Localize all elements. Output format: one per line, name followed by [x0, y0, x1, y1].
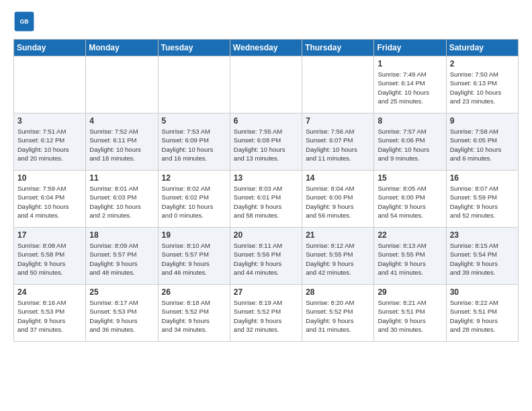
- calendar-day-cell: 28Sunrise: 8:20 AMSunset: 5:52 PMDayligh…: [302, 285, 374, 342]
- day-of-week-header: Wednesday: [230, 40, 302, 56]
- day-info: Sunrise: 8:05 AMSunset: 6:00 PMDaylight:…: [378, 184, 442, 220]
- day-of-week-header: Monday: [86, 40, 158, 56]
- calendar-week-row: 10Sunrise: 7:59 AMSunset: 6:04 PMDayligh…: [14, 171, 519, 228]
- day-number: 11: [89, 173, 154, 183]
- day-info: Sunrise: 8:16 AMSunset: 5:53 PMDaylight:…: [17, 298, 82, 334]
- calendar-day-cell: 11Sunrise: 8:01 AMSunset: 6:03 PMDayligh…: [86, 171, 158, 228]
- day-of-week-header: Thursday: [302, 40, 374, 56]
- day-info: Sunrise: 8:01 AMSunset: 6:03 PMDaylight:…: [89, 184, 154, 220]
- day-info: Sunrise: 8:03 AMSunset: 6:01 PMDaylight:…: [234, 184, 298, 220]
- calendar-day-cell: 19Sunrise: 8:10 AMSunset: 5:57 PMDayligh…: [158, 228, 230, 285]
- day-number: 7: [306, 116, 370, 126]
- calendar-day-cell: [302, 56, 374, 113]
- day-number: 28: [306, 287, 370, 297]
- day-number: 18: [89, 230, 154, 240]
- day-info: Sunrise: 7:49 AMSunset: 6:14 PMDaylight:…: [378, 70, 442, 105]
- day-info: Sunrise: 8:10 AMSunset: 5:57 PMDaylight:…: [162, 241, 226, 277]
- calendar-day-cell: 10Sunrise: 7:59 AMSunset: 6:04 PMDayligh…: [14, 171, 86, 228]
- calendar-day-cell: 29Sunrise: 8:21 AMSunset: 5:51 PMDayligh…: [374, 285, 446, 342]
- day-number: 6: [234, 116, 298, 126]
- calendar-day-cell: 6Sunrise: 7:55 AMSunset: 6:08 PMDaylight…: [230, 113, 302, 171]
- day-number: 19: [162, 230, 226, 240]
- day-number: 20: [234, 230, 298, 240]
- calendar-day-cell: 14Sunrise: 8:04 AMSunset: 6:00 PMDayligh…: [302, 171, 374, 228]
- svg-text:GB: GB: [19, 18, 28, 25]
- day-number: 25: [89, 287, 154, 297]
- calendar-day-cell: 27Sunrise: 8:19 AMSunset: 5:52 PMDayligh…: [230, 285, 302, 342]
- day-info: Sunrise: 8:08 AMSunset: 5:58 PMDaylight:…: [17, 241, 82, 277]
- calendar-day-cell: 17Sunrise: 8:08 AMSunset: 5:58 PMDayligh…: [14, 228, 86, 285]
- day-info: Sunrise: 7:53 AMSunset: 6:09 PMDaylight:…: [162, 127, 226, 163]
- calendar-day-cell: 9Sunrise: 7:58 AMSunset: 6:05 PMDaylight…: [446, 113, 518, 171]
- day-info: Sunrise: 8:11 AMSunset: 5:56 PMDaylight:…: [234, 241, 298, 277]
- day-info: Sunrise: 8:09 AMSunset: 5:57 PMDaylight:…: [89, 241, 154, 277]
- day-info: Sunrise: 8:04 AMSunset: 6:00 PMDaylight:…: [306, 184, 370, 220]
- calendar-table: SundayMondayTuesdayWednesdayThursdayFrid…: [13, 39, 519, 342]
- calendar-day-cell: 23Sunrise: 8:15 AMSunset: 5:54 PMDayligh…: [446, 228, 518, 285]
- calendar-day-cell: 20Sunrise: 8:11 AMSunset: 5:56 PMDayligh…: [230, 228, 302, 285]
- day-info: Sunrise: 8:20 AMSunset: 5:52 PMDaylight:…: [306, 298, 370, 334]
- calendar-week-row: 3Sunrise: 7:51 AMSunset: 6:12 PMDaylight…: [14, 113, 519, 171]
- day-info: Sunrise: 8:12 AMSunset: 5:55 PMDaylight:…: [306, 241, 370, 277]
- day-number: 13: [234, 173, 298, 183]
- day-number: 21: [306, 230, 370, 240]
- day-number: 17: [17, 230, 82, 240]
- day-info: Sunrise: 8:19 AMSunset: 5:52 PMDaylight:…: [234, 298, 298, 334]
- day-info: Sunrise: 7:57 AMSunset: 6:06 PMDaylight:…: [378, 127, 442, 163]
- calendar-day-cell: 5Sunrise: 7:53 AMSunset: 6:09 PMDaylight…: [158, 113, 230, 171]
- calendar-day-cell: [230, 56, 302, 113]
- day-number: 14: [306, 173, 370, 183]
- day-info: Sunrise: 7:56 AMSunset: 6:07 PMDaylight:…: [306, 127, 370, 163]
- logo-icon: GB: [13, 11, 35, 32]
- calendar-week-row: 24Sunrise: 8:16 AMSunset: 5:53 PMDayligh…: [14, 285, 519, 342]
- day-number: 9: [450, 116, 515, 126]
- calendar-day-cell: 4Sunrise: 7:52 AMSunset: 6:11 PMDaylight…: [86, 113, 158, 171]
- day-number: 1: [378, 59, 442, 68]
- day-number: 5: [162, 116, 226, 126]
- calendar-day-cell: 26Sunrise: 8:18 AMSunset: 5:52 PMDayligh…: [158, 285, 230, 342]
- day-number: 2: [450, 59, 515, 68]
- day-info: Sunrise: 8:13 AMSunset: 5:55 PMDaylight:…: [378, 241, 442, 277]
- calendar-day-cell: 1Sunrise: 7:49 AMSunset: 6:14 PMDaylight…: [374, 56, 446, 113]
- calendar-day-cell: 7Sunrise: 7:56 AMSunset: 6:07 PMDaylight…: [302, 113, 374, 171]
- day-info: Sunrise: 8:21 AMSunset: 5:51 PMDaylight:…: [378, 298, 442, 334]
- calendar-day-cell: 8Sunrise: 7:57 AMSunset: 6:06 PMDaylight…: [374, 113, 446, 171]
- calendar-day-cell: 24Sunrise: 8:16 AMSunset: 5:53 PMDayligh…: [14, 285, 86, 342]
- day-info: Sunrise: 7:55 AMSunset: 6:08 PMDaylight:…: [234, 127, 298, 163]
- calendar-week-row: 17Sunrise: 8:08 AMSunset: 5:58 PMDayligh…: [14, 228, 519, 285]
- day-info: Sunrise: 7:51 AMSunset: 6:12 PMDaylight:…: [17, 127, 82, 163]
- calendar-day-cell: 16Sunrise: 8:07 AMSunset: 5:59 PMDayligh…: [446, 171, 518, 228]
- day-number: 3: [17, 116, 82, 126]
- calendar-week-row: 1Sunrise: 7:49 AMSunset: 6:14 PMDaylight…: [14, 56, 519, 113]
- day-number: 27: [234, 287, 298, 297]
- day-number: 16: [450, 173, 515, 183]
- calendar-day-cell: 25Sunrise: 8:17 AMSunset: 5:53 PMDayligh…: [86, 285, 158, 342]
- day-number: 4: [89, 116, 154, 126]
- day-number: 8: [378, 116, 442, 126]
- calendar-day-cell: 2Sunrise: 7:50 AMSunset: 6:13 PMDaylight…: [446, 56, 518, 113]
- day-of-week-header: Friday: [374, 40, 446, 56]
- day-info: Sunrise: 8:22 AMSunset: 5:51 PMDaylight:…: [450, 298, 515, 334]
- logo: GB: [13, 11, 38, 32]
- day-number: 15: [378, 173, 442, 183]
- day-info: Sunrise: 7:50 AMSunset: 6:13 PMDaylight:…: [450, 70, 515, 105]
- calendar-day-cell: [86, 56, 158, 113]
- day-info: Sunrise: 8:17 AMSunset: 5:53 PMDaylight:…: [89, 298, 154, 334]
- day-number: 23: [450, 230, 515, 240]
- calendar-day-cell: 30Sunrise: 8:22 AMSunset: 5:51 PMDayligh…: [446, 285, 518, 342]
- day-of-week-header: Tuesday: [158, 40, 230, 56]
- day-info: Sunrise: 7:58 AMSunset: 6:05 PMDaylight:…: [450, 127, 515, 163]
- calendar-header-row: SundayMondayTuesdayWednesdayThursdayFrid…: [14, 40, 519, 56]
- day-info: Sunrise: 8:15 AMSunset: 5:54 PMDaylight:…: [450, 241, 515, 277]
- calendar-day-cell: 3Sunrise: 7:51 AMSunset: 6:12 PMDaylight…: [14, 113, 86, 171]
- calendar-day-cell: 22Sunrise: 8:13 AMSunset: 5:55 PMDayligh…: [374, 228, 446, 285]
- day-number: 22: [378, 230, 442, 240]
- day-info: Sunrise: 8:18 AMSunset: 5:52 PMDaylight:…: [162, 298, 226, 334]
- day-number: 12: [162, 173, 226, 183]
- day-number: 29: [378, 287, 442, 297]
- calendar-day-cell: 15Sunrise: 8:05 AMSunset: 6:00 PMDayligh…: [374, 171, 446, 228]
- day-of-week-header: Saturday: [446, 40, 518, 56]
- calendar-day-cell: 12Sunrise: 8:02 AMSunset: 6:02 PMDayligh…: [158, 171, 230, 228]
- day-info: Sunrise: 8:07 AMSunset: 5:59 PMDaylight:…: [450, 184, 515, 220]
- day-number: 10: [17, 173, 82, 183]
